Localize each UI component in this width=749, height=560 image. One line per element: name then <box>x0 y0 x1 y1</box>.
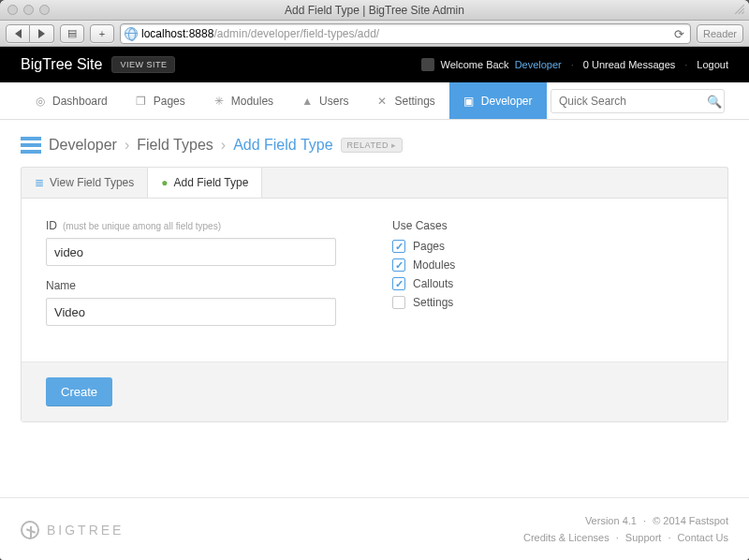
nav-users[interactable]: ▲Users <box>287 82 362 119</box>
use-case-modules[interactable]: Modules <box>392 258 455 272</box>
user-link[interactable]: Developer <box>515 59 562 70</box>
breadcrumb-current: Add Field Type <box>233 137 332 154</box>
checkbox-icon <box>392 240 405 253</box>
checkbox-icon <box>392 258 405 272</box>
users-icon: ▲ <box>301 95 314 108</box>
address-bar[interactable]: localhost:8888/admin/developer/field-typ… <box>120 23 691 44</box>
use-case-settings[interactable]: Settings <box>392 296 455 309</box>
quick-search: 🔍 <box>551 82 728 119</box>
nav-dashboard[interactable]: ◎Dashboard <box>21 82 122 119</box>
url-path: /admin/developer/field-types/add/ <box>213 27 379 40</box>
footer-copyright: © 2014 Fastspot <box>653 515 728 526</box>
avatar-icon <box>421 58 434 71</box>
forward-button[interactable] <box>30 24 54 43</box>
nav-label: Dashboard <box>52 95 108 108</box>
footer-link-contact[interactable]: Contact Us <box>678 532 728 543</box>
welcome-text: Welcome Back <box>440 59 508 70</box>
footer-link-support[interactable]: Support <box>625 532 662 543</box>
back-forward-group <box>6 24 54 43</box>
use-case-pages[interactable]: Pages <box>392 240 455 253</box>
nav-label: Users <box>319 95 348 108</box>
use-case-label: Callouts <box>413 277 453 290</box>
list-icon <box>21 137 41 154</box>
tab-label: Add Field Type <box>174 176 249 189</box>
primary-nav: ◎Dashboard ❐Pages ✳Modules ▲Users ✕Setti… <box>0 82 749 120</box>
browser-toolbar: ▤ + localhost:8888/admin/developer/field… <box>0 21 749 47</box>
use-case-label: Settings <box>413 296 453 309</box>
tab-add-field-type[interactable]: ●Add Field Type <box>148 168 262 198</box>
reader-button[interactable]: Reader <box>697 24 743 43</box>
url-host: localhost:8888 <box>141 27 213 40</box>
site-footer: BIGTREE Version 4.1 · © 2014 Fastspot Cr… <box>0 497 749 560</box>
quick-search-input[interactable] <box>551 89 725 113</box>
use-case-label: Pages <box>413 240 445 253</box>
nav-label: Developer <box>481 95 533 108</box>
id-hint: (must be unique among all field types) <box>63 221 221 231</box>
footer-brand: BIGTREE <box>47 523 124 538</box>
nav-developer[interactable]: ▣Developer <box>449 82 547 119</box>
back-button[interactable] <box>6 24 30 43</box>
nav-label: Settings <box>394 95 434 108</box>
tab-label: View Field Types <box>50 176 134 189</box>
traffic-lights <box>0 5 50 15</box>
related-button[interactable]: RELATED <box>341 138 404 153</box>
modules-icon: ✳ <box>213 95 226 108</box>
plus-circle-icon: ● <box>161 176 168 189</box>
bookmarks-button[interactable]: ▤ <box>60 24 84 43</box>
use-case-callouts[interactable]: Callouts <box>392 277 455 290</box>
add-bookmark-button[interactable]: + <box>90 24 114 43</box>
resize-grip-icon <box>734 4 745 15</box>
site-brand[interactable]: BigTree Site <box>21 56 102 73</box>
unread-messages-link[interactable]: 0 Unread Messages <box>583 59 675 70</box>
page-viewport: BigTree Site VIEW SITE Welcome Back Deve… <box>0 47 749 560</box>
nav-pages[interactable]: ❐Pages <box>122 82 199 119</box>
reload-icon[interactable]: ⟳ <box>674 27 684 41</box>
footer-logo: BIGTREE <box>21 521 124 539</box>
settings-icon: ✕ <box>375 95 389 108</box>
view-site-button[interactable]: VIEW SITE <box>111 56 175 73</box>
nav-label: Pages <box>154 95 185 108</box>
checkbox-icon <box>392 277 405 290</box>
sub-tabs: ≣View Field Types ●Add Field Type <box>21 167 728 198</box>
globe-icon <box>125 27 138 40</box>
footer-version: Version 4.1 <box>585 515 637 526</box>
breadcrumb-developer[interactable]: Developer <box>49 137 117 154</box>
nav-label: Modules <box>231 95 273 108</box>
use-cases-label: Use Cases <box>392 219 455 232</box>
nav-settings[interactable]: ✕Settings <box>362 82 448 119</box>
checkbox-icon <box>392 296 405 309</box>
browser-window: Add Field Type | BigTree Site Admin ▤ + … <box>0 0 749 560</box>
list-icon: ≣ <box>35 176 44 189</box>
form-panel: ID(must be unique among all field types)… <box>21 198 728 422</box>
pages-icon: ❐ <box>135 95 148 108</box>
id-input[interactable] <box>46 238 336 266</box>
logout-link[interactable]: Logout <box>697 59 728 70</box>
chevron-left-icon <box>15 29 22 38</box>
use-case-label: Modules <box>413 258 455 272</box>
developer-icon: ▣ <box>463 95 476 108</box>
tab-view-field-types[interactable]: ≣View Field Types <box>22 168 148 198</box>
minimize-window-icon[interactable] <box>23 5 34 15</box>
window-title: Add Field Type | BigTree Site Admin <box>0 4 749 17</box>
nav-modules[interactable]: ✳Modules <box>199 82 287 119</box>
name-input[interactable] <box>46 298 336 326</box>
create-button[interactable]: Create <box>46 377 112 406</box>
name-label: Name <box>46 279 76 292</box>
dashboard-icon: ◎ <box>34 95 47 108</box>
site-header: BigTree Site VIEW SITE Welcome Back Deve… <box>0 47 749 82</box>
breadcrumb: Developer › Field Types › Add Field Type… <box>21 137 728 154</box>
zoom-window-icon[interactable] <box>39 5 50 15</box>
tree-icon <box>21 521 39 539</box>
breadcrumb-field-types[interactable]: Field Types <box>137 137 213 154</box>
chevron-right-icon <box>38 29 45 38</box>
close-window-icon[interactable] <box>7 5 18 15</box>
footer-link-credits[interactable]: Credits & Licenses <box>523 532 609 543</box>
mac-titlebar: Add Field Type | BigTree Site Admin <box>0 0 749 21</box>
id-label: ID <box>46 219 57 232</box>
